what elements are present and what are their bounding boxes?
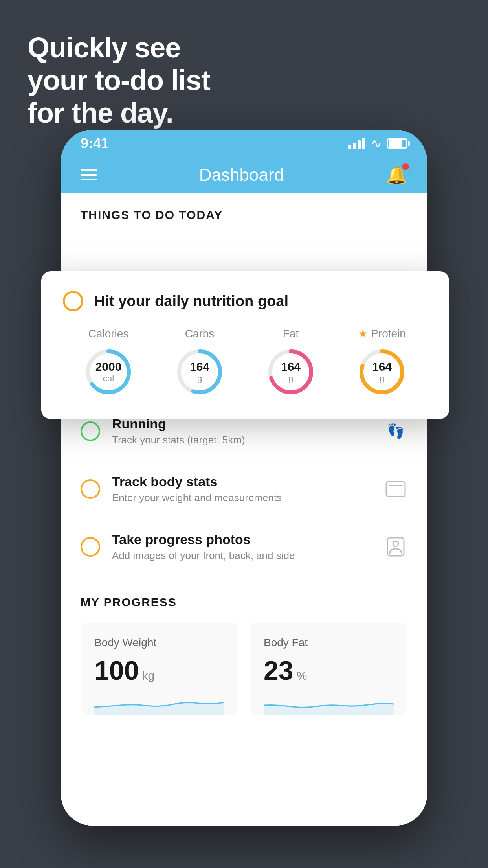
stat-fat: Fat 164 g <box>265 327 316 397</box>
wifi-icon: ∿ <box>371 136 382 151</box>
hero-line3: for the day. <box>28 97 210 129</box>
calories-unit: cal <box>95 373 122 384</box>
status-time: 9:41 <box>81 135 109 152</box>
scale-icon <box>384 479 407 499</box>
body-weight-label: Body Weight <box>94 636 224 649</box>
nutrition-stats: Calories 2000 cal Carbs <box>63 327 427 397</box>
hero-line2: your to-do list <box>28 64 210 97</box>
todo-title-progress-photos: Take progress photos <box>112 532 372 547</box>
progress-section: MY PROGRESS Body Weight 100kg <box>61 576 427 727</box>
todo-list: Running Track your stats (target: 5km) 👣… <box>61 403 427 576</box>
body-weight-chart <box>94 691 224 715</box>
todo-subtitle-progress-photos: Add images of your front, back, and side <box>112 550 372 562</box>
body-fat-label: Body Fat <box>264 636 394 649</box>
todo-title-body-stats: Track body stats <box>112 474 372 489</box>
battery-icon <box>387 138 407 149</box>
todo-circle-progress-photos <box>81 537 100 557</box>
todo-subtitle-body-stats: Enter your weight and measurements <box>112 492 372 504</box>
carbs-value: 164 <box>190 360 209 373</box>
protein-donut: 164 g <box>356 346 407 397</box>
fat-value: 164 <box>281 360 301 373</box>
body-fat-unit: % <box>297 669 307 682</box>
nutrition-circle-indicator <box>63 291 83 311</box>
person-icon <box>384 537 407 557</box>
header-title: Dashboard <box>199 165 284 185</box>
body-weight-value-area: 100kg <box>94 657 224 684</box>
body-weight-unit: kg <box>142 669 154 682</box>
app-header: Dashboard 🔔 <box>61 157 427 193</box>
fat-unit: g <box>281 373 301 384</box>
progress-cards: Body Weight 100kg Body Fat <box>81 623 407 715</box>
todo-subtitle-running: Track your stats (target: 5km) <box>112 434 372 446</box>
todo-circle-body-stats <box>81 479 100 499</box>
svg-rect-0 <box>386 482 405 497</box>
svg-point-3 <box>393 541 398 546</box>
carbs-donut: 164 g <box>174 346 225 397</box>
nutrition-card-title: Hit your daily nutrition goal <box>94 293 288 310</box>
todo-item-body-stats[interactable]: Track body stats Enter your weight and m… <box>61 460 427 518</box>
shoe-icon: 👣 <box>384 421 407 441</box>
stat-carbs: Carbs 164 g <box>174 327 225 397</box>
protein-value: 164 <box>372 360 392 373</box>
body-fat-value: 23 <box>264 655 294 685</box>
stat-calories: Calories 2000 cal <box>83 327 134 397</box>
notification-button[interactable]: 🔔 <box>386 165 407 185</box>
status-icons: ∿ <box>348 136 407 151</box>
menu-button[interactable] <box>81 169 97 180</box>
nutrition-card[interactable]: Hit your daily nutrition goal Calories 2… <box>41 271 449 419</box>
hero-line1: Quickly see <box>28 31 210 64</box>
todo-circle-running <box>81 421 100 441</box>
signal-icon <box>348 138 365 149</box>
progress-title: MY PROGRESS <box>81 596 407 609</box>
status-bar: 9:41 ∿ <box>61 130 427 157</box>
calories-value: 2000 <box>95 360 122 373</box>
carbs-unit: g <box>190 373 209 384</box>
todo-text-body-stats: Track body stats Enter your weight and m… <box>112 474 372 504</box>
fat-donut: 164 g <box>265 346 316 397</box>
phone-frame: 9:41 ∿ Dashboard 🔔 THIN <box>61 130 427 826</box>
stat-protein: ★ Protein 164 g <box>356 327 407 397</box>
body-fat-value-area: 23% <box>264 657 394 684</box>
todo-text-running: Running Track your stats (target: 5km) <box>112 416 372 446</box>
calories-donut: 2000 cal <box>83 346 134 397</box>
hero-text: Quickly see your to-do list for the day. <box>28 31 210 129</box>
nutrition-card-header: Hit your daily nutrition goal <box>63 291 427 311</box>
things-section-header: THINGS TO DO TODAY <box>61 193 427 230</box>
star-icon: ★ <box>358 327 368 340</box>
protein-unit: g <box>372 373 392 384</box>
notification-badge <box>402 163 409 170</box>
body-weight-value: 100 <box>94 655 139 685</box>
todo-item-progress-photos[interactable]: Take progress photos Add images of your … <box>61 518 427 576</box>
body-fat-chart <box>264 691 394 715</box>
body-weight-card[interactable]: Body Weight 100kg <box>81 623 238 715</box>
todo-text-progress-photos: Take progress photos Add images of your … <box>112 532 372 562</box>
protein-label-area: ★ Protein <box>358 327 406 340</box>
protein-label: Protein <box>371 327 406 340</box>
carbs-label: Carbs <box>185 327 215 340</box>
calories-label: Calories <box>88 327 129 340</box>
body-fat-card[interactable]: Body Fat 23% <box>250 623 407 715</box>
fat-label: Fat <box>283 327 299 340</box>
